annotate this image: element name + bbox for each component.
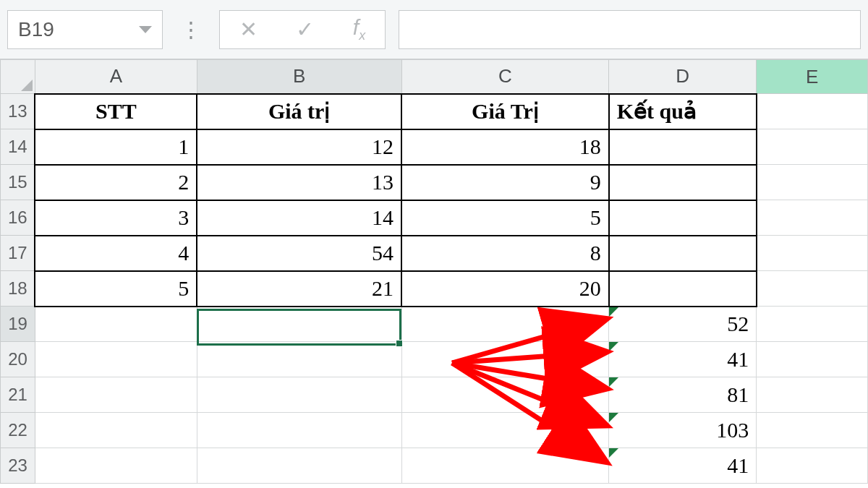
cell[interactable] [757,94,868,129]
cell[interactable] [35,448,197,484]
cell[interactable] [35,413,197,448]
cell[interactable] [757,236,868,271]
cell[interactable] [757,377,868,413]
col-header-E[interactable]: E [757,60,868,94]
cell[interactable] [35,377,197,413]
row-header[interactable]: 15 [1,165,35,200]
row: 20 41 [1,342,868,377]
row: 19 52 [1,307,868,342]
cell[interactable]: Giá trị [197,94,401,129]
row: 22 103 [1,413,868,448]
cell-B19[interactable] [197,307,401,342]
name-box[interactable]: B19 [7,10,163,49]
cell[interactable] [757,413,868,448]
cell[interactable]: 1 [35,129,197,165]
cell[interactable] [401,342,609,377]
cell[interactable]: STT [35,94,197,129]
cell[interactable] [609,271,757,307]
cell[interactable]: 41 [609,342,757,377]
cell[interactable] [401,413,609,448]
cell[interactable]: 20 [401,271,609,307]
cell[interactable]: 41 [609,448,757,484]
cell[interactable] [197,377,401,413]
fx-icon[interactable]: fx [353,15,365,43]
cell[interactable]: 52 [609,307,757,342]
row-header[interactable]: 20 [1,342,35,377]
row: 23 41 [1,448,868,484]
row-header[interactable]: 18 [1,271,35,307]
row-header[interactable]: 22 [1,413,35,448]
cell[interactable]: 54 [197,236,401,271]
col-header-C[interactable]: C [401,60,609,94]
row-header[interactable]: 23 [1,448,35,484]
row: 14 1 12 18 [1,129,868,165]
enter-icon[interactable]: ✓ [296,17,314,42]
cell[interactable]: 8 [401,236,609,271]
cell[interactable]: 12 [197,129,401,165]
cell[interactable] [401,448,609,484]
cell[interactable]: 9 [401,165,609,200]
cell[interactable]: 3 [35,200,197,236]
row-header[interactable]: 19 [1,307,35,342]
cell[interactable]: 4 [35,236,197,271]
cell[interactable] [609,200,757,236]
cell[interactable] [197,342,401,377]
row-header[interactable]: 17 [1,236,35,271]
formula-input[interactable] [399,10,861,49]
col-header-B[interactable]: B [197,60,401,94]
formula-bar-row: B19 ⋮ ✕ ✓ fx [0,0,868,59]
cell[interactable] [757,448,868,484]
cell[interactable] [197,413,401,448]
cell[interactable] [757,200,868,236]
cell[interactable] [401,307,609,342]
row-header[interactable]: 16 [1,200,35,236]
cell[interactable]: 13 [197,165,401,200]
row: 18 5 21 20 [1,271,868,307]
name-box-value: B19 [18,18,54,41]
row: 13 STT Giá trị Giá Trị Kết quả [1,94,868,129]
column-header-row: A B C D E [1,60,868,94]
select-all-corner[interactable] [1,60,35,94]
cell[interactable]: 5 [35,271,197,307]
col-header-D[interactable]: D [609,60,757,94]
row: 15 2 13 9 [1,165,868,200]
cell[interactable]: 5 [401,200,609,236]
cell[interactable] [609,165,757,200]
cell[interactable]: 21 [197,271,401,307]
cell[interactable] [757,129,868,165]
cancel-icon[interactable]: ✕ [239,17,258,42]
cell[interactable] [757,342,868,377]
cell[interactable] [35,307,197,342]
cell[interactable]: 81 [609,377,757,413]
row-header[interactable]: 21 [1,377,35,413]
cell[interactable] [757,165,868,200]
cell[interactable] [197,448,401,484]
formula-bar-buttons: ✕ ✓ fx [219,10,386,49]
col-header-A[interactable]: A [35,60,197,94]
cell[interactable] [401,377,609,413]
cell[interactable]: 103 [609,413,757,448]
cell[interactable]: 2 [35,165,197,200]
row: 16 3 14 5 [1,200,868,236]
vertical-dots-icon[interactable]: ⋮ [176,17,206,42]
row: 17 4 54 8 [1,236,868,271]
worksheet[interactable]: A B C D E 13 STT Giá trị Giá Trị Kết quả… [0,59,868,484]
cell[interactable]: Giá Trị [401,94,609,129]
row-header[interactable]: 13 [1,94,35,129]
cell[interactable] [757,307,868,342]
cell[interactable]: 18 [401,129,609,165]
cell[interactable] [757,271,868,307]
cell[interactable]: Kết quả [609,94,757,129]
grid[interactable]: A B C D E 13 STT Giá trị Giá Trị Kết quả… [0,59,868,484]
cell[interactable]: 14 [197,200,401,236]
cell[interactable] [35,342,197,377]
row-header[interactable]: 14 [1,129,35,165]
cell[interactable] [609,129,757,165]
row: 21 81 [1,377,868,413]
chevron-down-icon[interactable] [139,26,152,33]
cell[interactable] [609,236,757,271]
